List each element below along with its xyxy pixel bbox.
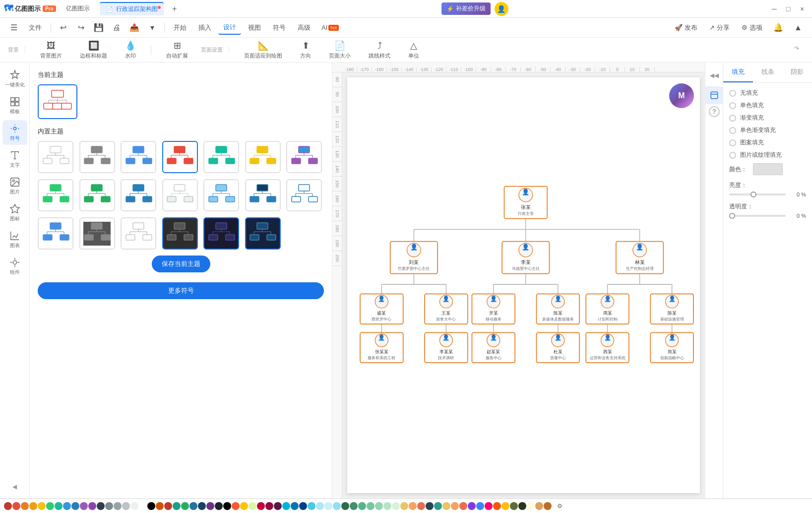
palette-color-dot[interactable] — [383, 502, 391, 510]
palette-color-dot[interactable] — [409, 502, 417, 510]
palette-color-dot[interactable] — [88, 502, 96, 510]
theme-card-16[interactable] — [79, 217, 115, 250]
palette-color-dot[interactable] — [392, 502, 400, 510]
palette-color-dot[interactable] — [442, 502, 450, 510]
line-style-tool[interactable]: ⤴ 跳线样式 — [364, 39, 395, 62]
canvas-area[interactable]: -180 -170 -160 -150 -140 -130 -120 -110 … — [332, 63, 705, 498]
palette-color-dot[interactable] — [476, 502, 484, 510]
palette-color-dot[interactable] — [468, 502, 476, 510]
save-button[interactable]: 💾 — [91, 20, 107, 36]
palette-color-dot[interactable] — [80, 502, 88, 510]
watermark-tool[interactable]: 💧 水印 — [120, 38, 141, 62]
palette-color-dot[interactable] — [265, 502, 273, 510]
org-node-1[interactable]: 👤 张某 行政主管 — [504, 187, 547, 219]
palette-color-dot[interactable] — [29, 502, 37, 510]
palette-color-dot[interactable] — [510, 502, 518, 510]
palette-color-dot[interactable] — [375, 502, 383, 510]
theme-card-5[interactable] — [203, 141, 239, 173]
palette-color-dot[interactable] — [198, 502, 206, 510]
palette-color-dot[interactable] — [282, 502, 290, 510]
page-size-tool[interactable]: 📄 页面大小 — [324, 38, 356, 62]
org-chart-svg[interactable]: 👤 张某 行政主管 👤 刘某 巴塞罗那中心主任 — [347, 77, 700, 493]
palette-color-dot[interactable] — [12, 502, 20, 510]
pattern-fill-option[interactable]: 图案填充 — [729, 138, 806, 147]
org-node-15[interactable]: 👤 西某 运营和业务支持系统 — [586, 332, 629, 363]
palette-color-dot[interactable] — [333, 502, 341, 510]
theme-card-20[interactable] — [245, 217, 281, 250]
sidebar-item-images[interactable]: 图片 — [2, 174, 27, 198]
palette-color-dot[interactable] — [122, 502, 130, 510]
sidebar-item-charts[interactable]: 图表 — [2, 227, 27, 252]
image-fill-radio[interactable] — [729, 152, 736, 159]
palette-color-dot[interactable] — [451, 502, 459, 510]
gradient-solid-option[interactable]: 单色渐变填充 — [729, 126, 806, 134]
tab-shadow[interactable]: 阴影 — [782, 63, 812, 82]
palette-color-dot[interactable] — [173, 502, 181, 510]
palette-color-dot[interactable] — [156, 502, 164, 510]
toolbar-expand-icon[interactable]: ↷ — [794, 45, 804, 55]
theme-card-13[interactable] — [245, 179, 281, 211]
palette-color-dot[interactable] — [232, 502, 240, 510]
palette-color-dot[interactable] — [215, 502, 223, 510]
solid-fill-radio[interactable] — [729, 102, 736, 109]
auto-expand-tool[interactable]: ⊞ 自动扩展 — [161, 38, 193, 62]
more-button[interactable]: ▾ — [144, 20, 160, 36]
theme-card-19[interactable] — [203, 217, 239, 250]
brightness-slider[interactable] — [729, 193, 786, 195]
palette-color-dot[interactable] — [71, 502, 79, 510]
palette-color-dot[interactable] — [55, 502, 62, 510]
palette-color-dot[interactable] — [249, 502, 256, 510]
palette-color-dot[interactable] — [164, 502, 172, 510]
current-theme-preview[interactable] — [38, 84, 77, 119]
expand-menu-button[interactable]: ☰ — [6, 20, 22, 36]
palette-color-dot[interactable] — [485, 502, 493, 510]
palette-color-dot[interactable] — [97, 502, 105, 510]
export-button[interactable]: 📤 — [126, 20, 142, 36]
user-avatar[interactable]: 👤 — [495, 2, 508, 16]
theme-card-12[interactable] — [203, 179, 239, 211]
theme-card-11[interactable] — [162, 179, 198, 211]
palette-color-dot[interactable] — [417, 502, 425, 510]
tab-add-button[interactable]: + — [168, 2, 182, 16]
gradient-solid-radio[interactable] — [729, 127, 736, 134]
palette-color-dot[interactable] — [291, 502, 299, 510]
expand-right-panel-button[interactable]: ◀◀ — [705, 66, 723, 84]
palette-color-dot[interactable] — [21, 502, 29, 510]
theme-card-14[interactable] — [286, 179, 322, 211]
org-node-16[interactable]: 👤 简某 创新战略中心 — [650, 332, 693, 363]
palette-color-dot[interactable] — [46, 502, 54, 510]
org-node-9[interactable]: 👤 周某 计划和控制 — [586, 294, 629, 324]
theme-card-7[interactable] — [286, 141, 322, 173]
palette-color-dot[interactable] — [367, 502, 375, 510]
help-button[interactable]: ? — [709, 106, 720, 117]
palette-color-dot[interactable] — [324, 502, 332, 510]
sidebar-item-components[interactable]: 组件 — [2, 254, 27, 279]
theme-card-3[interactable] — [121, 141, 156, 173]
theme-card-10[interactable] — [121, 179, 156, 211]
theme-card-8[interactable] — [38, 179, 73, 211]
palette-color-dot[interactable] — [358, 502, 366, 510]
org-node-13[interactable]: 👤 赵某某 服务中心 — [472, 332, 515, 363]
symbols-menu[interactable]: 符号 — [268, 21, 291, 34]
theme-card-9[interactable] — [79, 179, 115, 211]
tab-fill[interactable]: 填充 — [723, 63, 753, 82]
palette-color-dot[interactable] — [518, 502, 526, 510]
theme-card-18[interactable] — [162, 217, 198, 250]
org-node-11[interactable]: 👤 张某某 服务和系统工程 — [360, 332, 403, 363]
fill-panel-button[interactable] — [705, 86, 723, 104]
direction-tool[interactable]: ⬆ 方向 — [295, 38, 316, 62]
palette-color-dot[interactable] — [544, 502, 552, 510]
palette-color-dot[interactable] — [114, 502, 122, 510]
palette-color-dot[interactable] — [189, 502, 197, 510]
image-fill-option[interactable]: 图片或纹理填充 — [729, 151, 806, 159]
org-node-8[interactable]: 👤 陈某 多媒体及数据服务 — [537, 294, 580, 324]
options-button[interactable]: ⚙ 选项 — [738, 21, 766, 34]
border-label-tool[interactable]: 🔲 边框和标题 — [75, 38, 112, 62]
no-fill-radio[interactable] — [729, 90, 736, 97]
palette-color-dot[interactable] — [493, 502, 501, 510]
undo-button[interactable]: ↩ — [55, 20, 71, 36]
print-button[interactable]: 🖨 — [109, 20, 125, 36]
ai-button[interactable]: AI hot — [317, 22, 343, 33]
publish-button[interactable]: 🚀 发布 — [671, 21, 701, 34]
org-node-5[interactable]: 👤 盛某 西班牙中心 — [360, 294, 403, 324]
